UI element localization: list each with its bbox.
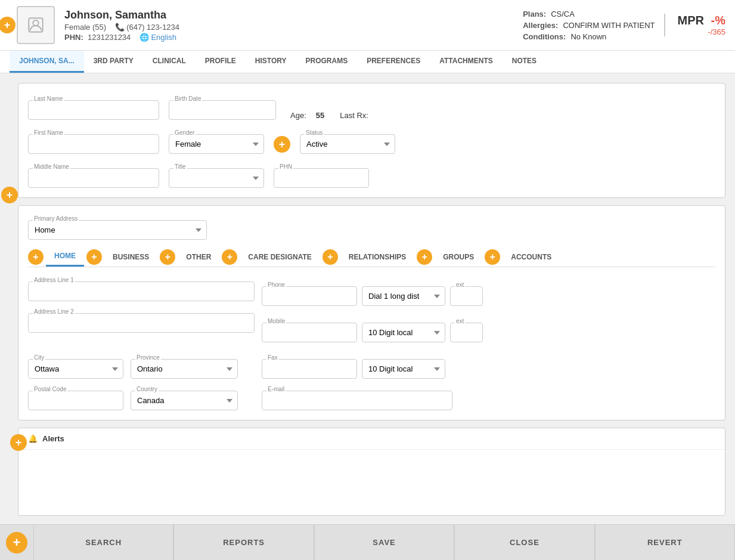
age-label: Age: bbox=[290, 111, 306, 120]
mpr-panel: MPR -% -/365 bbox=[664, 14, 725, 36]
age-lastrx-row: Age: 55 Last Rx: bbox=[290, 111, 368, 120]
province-select[interactable]: Ontario Quebec British Columbia Alberta bbox=[131, 359, 238, 379]
bell-icon: 🔔 bbox=[28, 434, 38, 443]
alerts-section: + 🔔 Alerts bbox=[18, 428, 725, 516]
tab-notes[interactable]: NOTES bbox=[503, 51, 546, 73]
province-field: Province Ontario Quebec British Columbia… bbox=[131, 359, 238, 379]
subtab-home[interactable]: HOME bbox=[46, 247, 84, 267]
birth-date-input[interactable]: Aug 09, 1965 bbox=[169, 100, 276, 120]
phone-type-select[interactable]: Dial 1 long dist 10 Digit local Local bbox=[362, 286, 445, 306]
tab-johnson-sa[interactable]: JOHNSON, SA... bbox=[10, 51, 84, 73]
phn-input[interactable]: 1231231234 bbox=[274, 168, 369, 188]
phone-icon: 📞 bbox=[115, 23, 125, 32]
fax-row: Fax (___)___-____ 10 Digit local Dial 1 … bbox=[262, 349, 445, 379]
patient-header: + Johnson, Samantha Female (55) 📞 (647) … bbox=[0, 0, 735, 51]
add-groups-btn[interactable]: + bbox=[417, 249, 432, 265]
mobile-input[interactable]: (___)___-____ bbox=[262, 323, 357, 342]
birth-date-field: Birth Date Aug 09, 1965 bbox=[169, 100, 276, 120]
add-home-btn[interactable]: + bbox=[28, 249, 44, 265]
primary-address-select[interactable]: Home Business Other bbox=[28, 220, 207, 240]
phn-field: PHN 1231231234 bbox=[274, 168, 369, 188]
tab-profile[interactable]: PROFILE bbox=[196, 51, 246, 73]
address-section: Primary Address Home Business Other + HO… bbox=[18, 205, 725, 420]
alerts-label: Alerts bbox=[42, 434, 64, 443]
subtab-relationships[interactable]: RELATIONSHIPS bbox=[340, 248, 414, 266]
alerts-header: 🔔 Alerts bbox=[18, 428, 725, 450]
addr-line2-input[interactable] bbox=[28, 313, 255, 333]
subtab-care-designate[interactable]: CARE DESIGNATE bbox=[240, 248, 320, 266]
last-name-input[interactable]: Johnson bbox=[28, 100, 159, 120]
email-field: E-mail sjohnsonsussex@email.com bbox=[262, 391, 452, 410]
subtab-accounts[interactable]: ACCOUNTS bbox=[503, 248, 560, 266]
add-business-btn[interactable]: + bbox=[86, 249, 102, 265]
add-care-btn[interactable]: + bbox=[222, 249, 237, 265]
phone-ext-input[interactable] bbox=[450, 286, 483, 306]
patient-name: Johnson, Samantha bbox=[64, 9, 489, 21]
title-select[interactable]: Mr. Mrs. Ms. Dr. bbox=[169, 168, 264, 188]
gender-select[interactable]: Female Male Other bbox=[169, 134, 264, 154]
first-name-field: First Name Samantha bbox=[28, 134, 159, 154]
postal-code-input[interactable]: K1M 1M4 bbox=[28, 391, 123, 410]
subtab-groups[interactable]: GROUPS bbox=[435, 248, 482, 266]
fax-type-select[interactable]: 10 Digit local Dial 1 long dist Local bbox=[362, 359, 445, 379]
add-other-btn[interactable]: + bbox=[160, 249, 175, 265]
home-address-form: Address Line 1 24 Sussex Dr. Address Lin… bbox=[28, 267, 715, 410]
primary-address-row: Primary Address Home Business Other bbox=[28, 220, 715, 240]
subtab-business[interactable]: BUSINESS bbox=[104, 248, 157, 266]
patient-phn-row: PHN: 1231231234 🌐 English bbox=[64, 33, 489, 42]
last-name-field: Last Name Johnson bbox=[28, 100, 159, 120]
mobile-field: Mobile (___)___-____ bbox=[262, 323, 357, 342]
status-field: Status Active Inactive Deceased bbox=[300, 134, 395, 154]
tab-preferences[interactable]: PREFERENCES bbox=[357, 51, 430, 73]
addr-line1-input[interactable]: 24 Sussex Dr. bbox=[28, 281, 255, 301]
subtab-other[interactable]: OTHER bbox=[178, 248, 219, 266]
phone-row: Phone (647)123-1234 Dial 1 long dist 10 … bbox=[262, 277, 715, 306]
phone-type-field: Dial 1 long dist 10 Digit local Local bbox=[362, 281, 445, 306]
main-tabs: JOHNSON, SA... 3RD PARTY CLINICAL PROFIL… bbox=[0, 51, 735, 73]
add-patient-btn[interactable]: + bbox=[0, 17, 15, 33]
middle-name-input[interactable] bbox=[28, 168, 159, 188]
country-field: Country Canada USA bbox=[131, 391, 238, 410]
add-section-btn[interactable]: + bbox=[1, 187, 18, 203]
tab-attachments[interactable]: ATTACHMENTS bbox=[430, 51, 503, 73]
fax-type-field: 10 Digit local Dial 1 long dist Local bbox=[362, 354, 445, 379]
patient-photo bbox=[17, 6, 55, 44]
close-button[interactable]: CLOSE bbox=[454, 525, 594, 560]
email-input[interactable]: sjohnsonsussex@email.com bbox=[262, 391, 452, 410]
revert-button[interactable]: REVERT bbox=[595, 525, 735, 560]
bottom-add-btn[interactable]: + bbox=[6, 532, 27, 553]
phone-field: Phone (647)123-1234 bbox=[262, 286, 357, 306]
primary-address-field: Primary Address Home Business Other bbox=[28, 220, 207, 240]
main-content: + Last Name Johnson Birth Date Aug 09, 1… bbox=[0, 73, 735, 560]
svg-point-1 bbox=[33, 20, 38, 26]
country-select[interactable]: Canada USA bbox=[131, 391, 238, 410]
tab-3rd-party[interactable]: 3RD PARTY bbox=[84, 51, 143, 73]
reports-button[interactable]: REPORTS bbox=[173, 525, 314, 560]
tab-history[interactable]: HISTORY bbox=[246, 51, 296, 73]
patient-meta: Plans: CS/CA Allergies: CONFIRM WITH PAT… bbox=[523, 10, 655, 41]
search-button[interactable]: SEARCH bbox=[33, 525, 173, 560]
add-alerts-btn[interactable]: + bbox=[10, 434, 27, 451]
fax-input[interactable]: (___)___-____ bbox=[262, 359, 357, 379]
address-subtabs: + HOME + BUSINESS + OTHER + CARE DESIGNA… bbox=[28, 247, 715, 267]
city-field: City Ottawa Toronto Vancouver bbox=[28, 359, 123, 379]
mobile-type-field: 10 Digit local Dial 1 long dist Local bbox=[362, 318, 445, 342]
phone-input[interactable]: (647)123-1234 bbox=[262, 286, 357, 306]
gender-field: Gender Female Male Other bbox=[169, 134, 264, 154]
fax-field: Fax (___)___-____ bbox=[262, 359, 357, 379]
tab-programs[interactable]: PROGRAMS bbox=[296, 51, 358, 73]
status-select[interactable]: Active Inactive Deceased bbox=[300, 134, 395, 154]
middle-name-field: Middle Name bbox=[28, 168, 159, 188]
tab-clinical[interactable]: CLINICAL bbox=[143, 51, 196, 73]
mobile-type-select[interactable]: 10 Digit local Dial 1 long dist Local bbox=[362, 323, 445, 342]
add-between-btn[interactable]: + bbox=[274, 136, 290, 153]
city-select[interactable]: Ottawa Toronto Vancouver bbox=[28, 359, 123, 379]
first-name-input[interactable]: Samantha bbox=[28, 134, 159, 154]
addr-line2-field: Address Line 2 bbox=[28, 313, 255, 333]
mobile-ext-input[interactable] bbox=[450, 323, 483, 342]
patient-form-section: Last Name Johnson Birth Date Aug 09, 196… bbox=[18, 83, 725, 198]
save-button[interactable]: SAVE bbox=[314, 525, 454, 560]
add-accounts-btn[interactable]: + bbox=[485, 249, 500, 265]
add-relationships-btn[interactable]: + bbox=[322, 249, 338, 265]
patient-gender-age: Female (55) 📞 (647) 123-1234 bbox=[64, 23, 489, 32]
